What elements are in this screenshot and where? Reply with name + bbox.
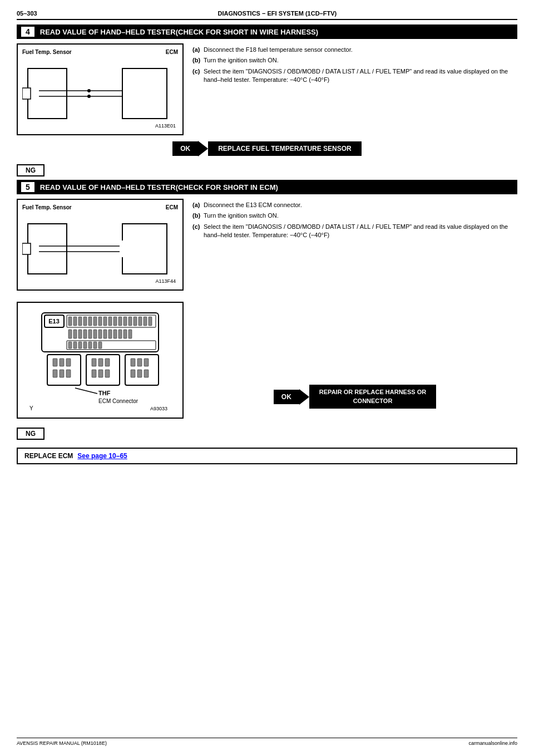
svg-rect-59: [93, 342, 97, 348]
svg-rect-34: [123, 317, 127, 326]
section5-ok-row: OK REPAIR OR REPLACE HARNESS OR CONNECTO…: [192, 385, 517, 409]
svg-rect-35: [128, 317, 132, 326]
svg-rect-44: [88, 330, 92, 338]
page-container: 05–303 DIAGNOSTICS − EFI SYSTEM (1CD–FTV…: [0, 0, 534, 487]
svg-rect-54: [68, 342, 72, 348]
svg-rect-74: [98, 370, 103, 377]
diagram2-svg: [22, 213, 178, 285]
svg-rect-10: [28, 224, 67, 274]
footer-left: AVENSIS REPAIR MANUAL (RM1018E): [17, 740, 107, 746]
svg-rect-45: [93, 330, 97, 338]
svg-rect-64: [53, 359, 57, 366]
section4-ok-result: REPLACE FUEL TEMPERATURE SENSOR: [208, 141, 362, 156]
diagram2-inner: A113F44: [22, 213, 178, 285]
replace-ecm-label: REPLACE ECM: [24, 452, 73, 460]
section5-content: Fuel Temp. Sensor ECM: [17, 199, 517, 291]
diagram3-box: E13: [17, 302, 184, 419]
section5-steps: (a) Disconnect the E13 ECM connector. (b…: [192, 199, 517, 291]
replace-ecm-bar: REPLACE ECM See page 10–65: [17, 448, 517, 464]
svg-rect-40: [68, 330, 72, 338]
svg-rect-23: [68, 317, 72, 326]
step5-a-text: Disconnect the E13 ECM connector.: [204, 201, 302, 209]
svg-rect-31: [108, 317, 112, 326]
svg-rect-47: [103, 330, 107, 338]
svg-rect-66: [66, 359, 71, 366]
svg-rect-46: [98, 330, 102, 338]
step5-b-letter: (b): [192, 212, 200, 220]
section5-ok-line1: REPAIR OR REPLACE HARNESS OR: [319, 389, 426, 395]
diagram1-label-right: ECM: [166, 49, 178, 55]
svg-rect-69: [66, 370, 71, 377]
diagram2-label-left: Fuel Temp. Sensor: [22, 204, 72, 210]
svg-rect-71: [98, 359, 103, 366]
step-c-letter: (c): [192, 67, 200, 85]
svg-rect-42: [78, 330, 82, 338]
svg-rect-38: [144, 317, 147, 326]
ng-box-1: NG: [17, 164, 44, 176]
svg-rect-79: [131, 370, 135, 377]
step5-a-letter: (a): [192, 201, 200, 209]
section4-header: 4 READ VALUE OF HAND–HELD TESTER(CHECK F…: [17, 24, 517, 39]
svg-rect-80: [137, 370, 142, 377]
section4-ok-arrow: [198, 141, 208, 156]
svg-rect-17: [122, 224, 167, 274]
svg-rect-39: [149, 317, 152, 326]
svg-rect-32: [113, 317, 117, 326]
svg-rect-36: [134, 317, 137, 326]
section5-number: 5: [21, 182, 34, 192]
svg-rect-1: [22, 88, 31, 99]
svg-rect-18: [120, 240, 125, 257]
step-b-letter: (b): [192, 56, 200, 65]
ng-box-2: NG: [17, 428, 44, 440]
section4-step-b: (b) Turn the ignition switch ON.: [192, 56, 517, 65]
diagram1-label-left: Fuel Temp. Sensor: [22, 49, 72, 55]
svg-text:THF: THF: [98, 390, 111, 396]
step-c-text: Select the item "DIAGNOSIS / OBD/MOBD / …: [204, 67, 517, 85]
footer: AVENSIS REPAIR MANUAL (RM1018E) carmanua…: [17, 738, 517, 746]
diagram3-svg: E13: [22, 307, 178, 413]
svg-rect-0: [28, 68, 67, 119]
section4-step-a: (a) Disconnect the F18 fuel temperature …: [192, 46, 517, 54]
svg-rect-41: [73, 330, 77, 338]
svg-point-7: [87, 89, 91, 92]
step5-c-letter: (c): [192, 223, 200, 240]
section5-title: READ VALUE OF HAND–HELD TESTER(CHECK FOR…: [40, 183, 278, 192]
step-a-text: Disconnect the F18 fuel temperature sens…: [204, 46, 353, 54]
svg-rect-65: [60, 359, 64, 366]
svg-rect-52: [128, 330, 132, 338]
step-a-letter: (a): [192, 46, 200, 54]
step5-b-text: Turn the ignition switch ON.: [204, 212, 279, 220]
svg-rect-28: [93, 317, 97, 326]
svg-rect-50: [118, 330, 122, 338]
svg-rect-72: [105, 359, 110, 366]
section5-step-c: (c) Select the item "DIAGNOSIS / OBD/MOB…: [192, 223, 517, 240]
diagram1-box: Fuel Temp. Sensor ECM: [17, 43, 184, 135]
svg-rect-60: [98, 342, 102, 348]
section5-ok-result: REPAIR OR REPLACE HARNESS OR CONNECTOR: [309, 385, 436, 409]
svg-rect-77: [137, 359, 142, 366]
svg-rect-56: [78, 342, 82, 348]
svg-rect-81: [144, 370, 149, 377]
section4-content: Fuel Temp. Sensor ECM: [17, 43, 517, 135]
svg-text:E13: E13: [48, 318, 60, 325]
svg-rect-37: [139, 317, 142, 326]
svg-rect-73: [92, 370, 96, 377]
header-divider: [17, 19, 517, 20]
section4-ok-row: OK REPLACE FUEL TEMPERATURE SENSOR: [17, 141, 517, 156]
svg-point-8: [87, 95, 91, 98]
svg-rect-30: [103, 317, 107, 326]
svg-text:ECM Connector: ECM Connector: [98, 398, 139, 404]
svg-rect-49: [113, 330, 117, 338]
svg-rect-75: [105, 370, 110, 377]
svg-rect-29: [98, 317, 102, 326]
replace-ecm-link[interactable]: See page 10–65: [77, 452, 127, 460]
header-title: DIAGNOSTICS − EFI SYSTEM (1CD–FTV): [37, 10, 517, 17]
svg-rect-78: [144, 359, 149, 366]
svg-rect-58: [88, 342, 92, 348]
diagram1-svg: [22, 57, 178, 130]
section4-step-c: (c) Select the item "DIAGNOSIS / OBD/MOB…: [192, 67, 517, 85]
svg-rect-25: [78, 317, 82, 326]
svg-rect-43: [83, 330, 87, 338]
step-b-text: Turn the ignition switch ON.: [204, 56, 279, 65]
diagram2-ref: A113F44: [155, 278, 176, 284]
